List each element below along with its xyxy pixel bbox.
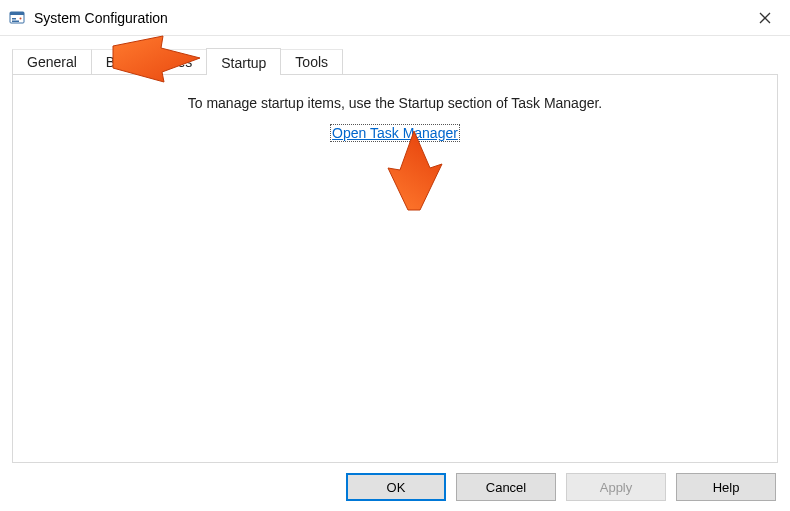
- tab-tools[interactable]: Tools: [280, 49, 343, 74]
- help-button[interactable]: Help: [676, 473, 776, 501]
- svg-rect-3: [10, 12, 24, 15]
- tab-general[interactable]: General: [12, 49, 92, 74]
- system-configuration-window: System Configuration General Boot Servic…: [0, 0, 790, 511]
- ok-button[interactable]: OK: [346, 473, 446, 501]
- client-area: General Boot Services Startup Tools To m…: [0, 36, 790, 511]
- cancel-button[interactable]: Cancel: [456, 473, 556, 501]
- startup-message: To manage startup items, use the Startup…: [29, 95, 761, 111]
- close-button[interactable]: [742, 3, 788, 33]
- button-bar: OK Cancel Apply Help: [12, 463, 778, 501]
- tabpanel-startup: To manage startup items, use the Startup…: [12, 74, 778, 463]
- tab-boot[interactable]: Boot Services: [91, 49, 207, 74]
- tab-boot-prefix: Bo: [106, 54, 123, 70]
- window-title: System Configuration: [34, 10, 168, 26]
- tab-boot-suffix: es: [177, 54, 192, 70]
- apply-button: Apply: [566, 473, 666, 501]
- app-icon: [8, 9, 26, 27]
- open-task-manager-link[interactable]: Open Task Manager: [330, 124, 460, 142]
- svg-rect-5: [12, 20, 19, 22]
- tab-startup[interactable]: Startup: [206, 48, 281, 75]
- tabstrip: General Boot Services Startup Tools: [12, 46, 778, 74]
- titlebar: System Configuration: [0, 0, 790, 36]
- svg-rect-4: [12, 18, 16, 20]
- close-icon: [759, 12, 771, 24]
- svg-point-6: [20, 17, 22, 19]
